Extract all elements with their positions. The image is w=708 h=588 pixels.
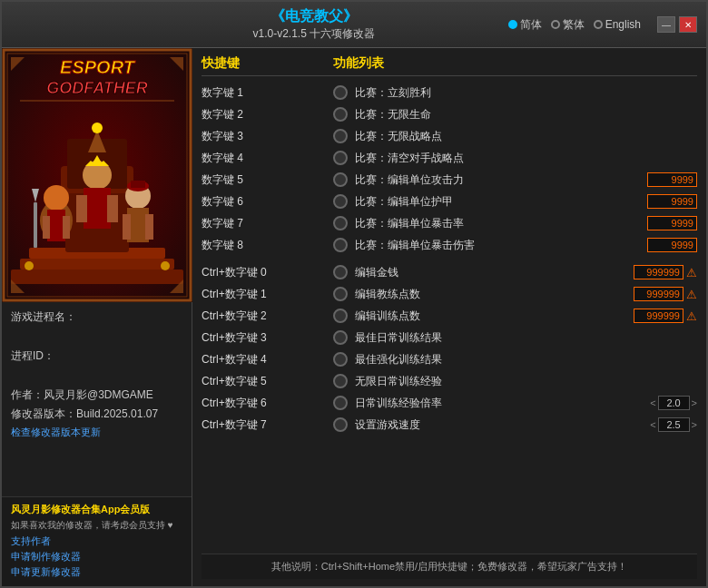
key-name: Ctrl+数字键 2 bbox=[202, 309, 333, 324]
cheat-input[interactable] bbox=[647, 238, 697, 252]
cheat-input[interactable] bbox=[647, 216, 697, 230]
author-label: 作者：风灵月影@3DMGAME bbox=[11, 387, 182, 403]
link-support[interactable]: 支持作者 bbox=[11, 534, 182, 548]
update-link[interactable]: 检查修改器版本更新 bbox=[11, 426, 182, 439]
cheat-row: Ctrl+数字键 2编辑训练点数⚠ bbox=[202, 305, 697, 327]
svg-rect-28 bbox=[84, 188, 111, 229]
key-name: Ctrl+数字键 7 bbox=[202, 417, 333, 433]
cheat-row: 数字键 1比赛：立刻胜利 bbox=[202, 82, 697, 103]
nav-left-arrow[interactable]: < bbox=[650, 419, 655, 430]
toggle-button[interactable] bbox=[333, 330, 348, 345]
key-name: Ctrl+数字键 3 bbox=[202, 330, 333, 346]
title-main: 《电竞教父》 bbox=[120, 7, 508, 26]
link-request-create[interactable]: 申请制作修改器 bbox=[11, 550, 182, 564]
app-desc: 如果喜欢我的修改器，请考虑会员支持 ♥ bbox=[11, 519, 182, 532]
link-request-update[interactable]: 申请更新修改器 bbox=[11, 565, 182, 579]
toggle-button[interactable] bbox=[333, 107, 348, 122]
func-desc: 比赛：编辑单位暴击伤害 bbox=[355, 238, 647, 253]
cheat-input[interactable] bbox=[634, 309, 683, 323]
toggle-button[interactable] bbox=[333, 396, 348, 410]
cheat-input[interactable] bbox=[647, 194, 697, 209]
toggle-button[interactable] bbox=[333, 238, 348, 252]
svg-rect-23 bbox=[123, 214, 131, 240]
key-name: 数字键 5 bbox=[202, 172, 333, 188]
nav-control: <> bbox=[650, 417, 697, 432]
toggle-button[interactable] bbox=[333, 151, 348, 165]
cheat-row: 数字键 2比赛：无限生命 bbox=[202, 103, 697, 125]
key-name: 数字键 2 bbox=[202, 107, 333, 122]
toggle-button[interactable] bbox=[333, 194, 348, 209]
content-area: ESPORT GODFATHER bbox=[2, 48, 706, 586]
svg-rect-30 bbox=[107, 195, 118, 222]
lang-traditional[interactable]: 繁体 bbox=[551, 17, 585, 33]
key-name: 数字键 8 bbox=[202, 238, 333, 253]
version-label: 修改器版本：Build.2025.01.07 bbox=[11, 407, 182, 422]
title-center: 《电竞教父》 v1.0-v2.1.5 十六项修改器 bbox=[120, 7, 508, 42]
toggle-button[interactable] bbox=[333, 374, 348, 388]
toggle-button[interactable] bbox=[333, 172, 348, 187]
func-desc: 比赛：编辑单位护甲 bbox=[355, 194, 647, 210]
svg-text:GODFATHER: GODFATHER bbox=[46, 79, 148, 97]
func-desc: 无限日常训练经验 bbox=[355, 374, 697, 389]
cheat-row: Ctrl+数字键 7设置游戏速度<> bbox=[202, 414, 697, 436]
warn-icon: ⚠ bbox=[686, 266, 697, 279]
lang-english-label: English bbox=[605, 18, 641, 31]
key-name: 数字键 4 bbox=[202, 151, 333, 166]
minimize-button[interactable]: — bbox=[657, 16, 675, 33]
close-button[interactable]: ✕ bbox=[679, 16, 697, 33]
lang-traditional-label: 繁体 bbox=[563, 17, 585, 33]
cheat-input[interactable] bbox=[634, 287, 683, 301]
func-desc: 比赛：无限战略点 bbox=[355, 129, 697, 144]
nav-right-arrow[interactable]: > bbox=[692, 397, 697, 408]
cheat-row: 数字键 6比赛：编辑单位护甲 bbox=[202, 191, 697, 212]
svg-rect-19 bbox=[34, 202, 37, 248]
cheat-row: 数字键 5比赛：编辑单位攻击力 bbox=[202, 169, 697, 191]
key-name: 数字键 1 bbox=[202, 85, 333, 101]
pid-label: 进程ID： bbox=[11, 348, 182, 364]
nav-left-arrow[interactable]: < bbox=[650, 397, 655, 408]
radio-simplified bbox=[508, 20, 517, 29]
svg-point-35 bbox=[161, 261, 170, 270]
lang-simplified-label: 简体 bbox=[520, 17, 542, 33]
process-value bbox=[11, 328, 182, 341]
toggle-button[interactable] bbox=[333, 265, 348, 279]
toggle-button[interactable] bbox=[333, 417, 348, 432]
toggle-button[interactable] bbox=[333, 129, 348, 143]
cheat-input[interactable] bbox=[634, 265, 683, 279]
toggle-button[interactable] bbox=[333, 309, 348, 323]
svg-point-34 bbox=[25, 261, 34, 270]
lang-simplified[interactable]: 简体 bbox=[508, 17, 542, 33]
key-name: Ctrl+数字键 4 bbox=[202, 352, 333, 368]
svg-rect-26 bbox=[131, 181, 145, 188]
cheat-row: Ctrl+数字键 4最佳强化训练结果 bbox=[202, 348, 697, 370]
func-desc: 编辑训练点数 bbox=[355, 309, 634, 324]
app-title: 风灵月影修改器合集App会员版 bbox=[11, 503, 182, 516]
toggle-button[interactable] bbox=[333, 85, 348, 100]
main-window: 《电竞教父》 v1.0-v2.1.5 十六项修改器 简体 繁体 English bbox=[0, 0, 708, 588]
func-desc: 最佳强化训练结果 bbox=[355, 352, 697, 368]
toggle-button[interactable] bbox=[333, 216, 348, 230]
func-desc: 设置游戏速度 bbox=[355, 417, 650, 433]
table-header: 快捷键 功能列表 bbox=[202, 55, 697, 76]
key-name: 数字键 7 bbox=[202, 216, 333, 231]
key-name: 数字键 3 bbox=[202, 129, 333, 144]
game-art: ESPORT GODFATHER bbox=[2, 48, 192, 302]
toggle-button[interactable] bbox=[333, 352, 348, 367]
func-desc: 比赛：编辑单位攻击力 bbox=[355, 172, 647, 188]
nav-control: <> bbox=[650, 396, 697, 410]
nav-right-arrow[interactable]: > bbox=[692, 419, 697, 430]
key-name: Ctrl+数字键 0 bbox=[202, 265, 333, 280]
toggle-button[interactable] bbox=[333, 287, 348, 301]
nav-field[interactable] bbox=[658, 417, 690, 432]
cheat-row: Ctrl+数字键 0编辑金钱⚠ bbox=[202, 261, 697, 283]
col-func-header: 功能列表 bbox=[333, 55, 697, 72]
func-desc: 比赛：立刻胜利 bbox=[355, 85, 697, 101]
svg-rect-18 bbox=[63, 216, 70, 239]
nav-field[interactable] bbox=[658, 396, 690, 410]
lang-english[interactable]: English bbox=[594, 18, 641, 31]
left-panel: ESPORT GODFATHER bbox=[2, 48, 192, 586]
cheat-input[interactable] bbox=[647, 172, 697, 187]
svg-rect-8 bbox=[11, 270, 183, 284]
warn-icon: ⚠ bbox=[686, 309, 697, 323]
cheat-row: Ctrl+数字键 6日常训练经验倍率<> bbox=[202, 392, 697, 414]
